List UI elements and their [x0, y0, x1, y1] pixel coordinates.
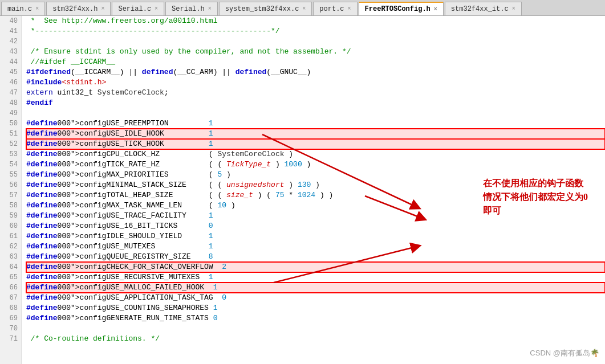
- tab-close-icon[interactable]: ×: [434, 6, 437, 13]
- line-number: 66: [0, 283, 21, 293]
- code-line: #define 000">configGENERATE_RUN_TIME_STA…: [26, 313, 605, 324]
- code-line: #define 000">configUSE_TICK_HOOK 1: [26, 139, 605, 149]
- code-line: #define 000">configUSE_PREEMPTION 1: [26, 118, 605, 129]
- line-number: 51: [0, 129, 21, 139]
- tab-label: stm32f4xx_it.c: [451, 5, 509, 13]
- tab-label: stm32f4xx.h: [52, 5, 98, 13]
- tab-stm32f4xx-h[interactable]: stm32f4xx.h ×: [46, 2, 111, 15]
- annotation-text: 在不使用相应的钩子函数 情况下将他们都宏定义为0 即可: [483, 177, 588, 218]
- line-number: 47: [0, 88, 21, 98]
- line-number: 41: [0, 26, 21, 36]
- line-number: 58: [0, 201, 21, 211]
- tab-label: port.c: [319, 5, 344, 13]
- line-number: 57: [0, 190, 21, 201]
- line-number: 44: [0, 57, 21, 67]
- tab-serial-h[interactable]: Serial.h ×: [165, 2, 218, 15]
- line-number: 59: [0, 211, 21, 221]
- annotation-line1: 在不使用相应的钩子函数: [483, 178, 583, 188]
- code-line: #define 000">configUSE_IDLE_HOOK 1: [26, 129, 605, 139]
- code-line: #endif: [26, 98, 605, 108]
- tab-serial-c[interactable]: Serial.c ×: [112, 2, 164, 15]
- tab-stm32f4xx-it[interactable]: stm32f4xx_it.c ×: [445, 2, 522, 15]
- code-line: #define 000">configUSE_MALLOC_FAILED_HOO…: [26, 283, 605, 293]
- line-number: 42: [0, 36, 21, 47]
- csdn-watermark: CSDN @南有孤岛🌴: [530, 348, 599, 358]
- code-line: #define 000">configCHECK_FOR_STACK_OVERF…: [26, 262, 605, 272]
- line-number: 62: [0, 242, 21, 252]
- code-line: //#ifdef __ICCARM__: [26, 57, 605, 67]
- annotation-line3: 即可: [483, 206, 501, 215]
- line-number: 55: [0, 170, 21, 180]
- line-number: 50: [0, 118, 21, 129]
- code-line: [26, 324, 605, 334]
- line-number: 64: [0, 262, 21, 272]
- line-number: 63: [0, 252, 21, 262]
- code-line: /* Co-routine definitions. */: [26, 334, 605, 344]
- tab-system-stm32[interactable]: system_stm32f4xx.c ×: [219, 2, 312, 15]
- line-number: 69: [0, 313, 21, 324]
- tab-label: FreeRTOSConfig.h: [365, 5, 431, 13]
- code-line: #define 000">configUSE_RECURSIVE_MUTEXES…: [26, 272, 605, 283]
- tab-label: main.c: [7, 5, 32, 13]
- code-line: #include <stdint.h>: [26, 77, 605, 88]
- code-line: * See http://www.freertos.org/a00110.htm…: [26, 16, 605, 26]
- tab-label: Serial.c: [118, 5, 151, 13]
- line-number: 65: [0, 272, 21, 283]
- tab-freertos-config[interactable]: FreeRTOSConfig.h ×: [359, 2, 444, 15]
- line-number: 46: [0, 77, 21, 88]
- line-number: 40: [0, 16, 21, 26]
- watermark-text: CSDN @南有孤岛🌴: [530, 349, 599, 357]
- tab-main-c[interactable]: main.c ×: [1, 2, 45, 15]
- code-line: /* Ensure stdint is only used by the com…: [26, 47, 605, 57]
- line-number: 54: [0, 159, 21, 170]
- code-line: extern uint32_t SystemCoreClock;: [26, 88, 605, 98]
- code-line: [26, 108, 605, 118]
- code-line: #if defined(__ICCARM__) || defined(__CC_…: [26, 67, 605, 77]
- tab-port-c[interactable]: port.c ×: [313, 2, 357, 15]
- tab-label: system_stm32f4xx.c: [225, 5, 299, 13]
- tab-close-icon[interactable]: ×: [348, 6, 351, 12]
- tab-bar: main.c × stm32f4xx.h × Serial.c × Serial…: [0, 0, 605, 16]
- line-number: 43: [0, 47, 21, 57]
- line-number: 52: [0, 139, 21, 149]
- line-number: 56: [0, 180, 21, 190]
- line-number: 61: [0, 231, 21, 242]
- line-number: 70: [0, 324, 21, 334]
- code-line: #define 000">configUSE_MUTEXES 1: [26, 242, 605, 252]
- tab-close-icon[interactable]: ×: [101, 6, 104, 12]
- tab-close-icon[interactable]: ×: [208, 6, 212, 12]
- line-numbers: 4041424344454647484950515253545556575859…: [0, 16, 22, 364]
- line-number: 48: [0, 98, 21, 108]
- code-line: #define 000">configCPU_CLOCK_HZ ( System…: [26, 149, 605, 159]
- tab-label: Serial.h: [172, 5, 205, 13]
- code-line: #define 000">configIDLE_SHOULD_YIELD 1: [26, 231, 605, 242]
- line-number: 67: [0, 293, 21, 303]
- code-line: #define 000">configQUEUE_REGISTRY_SIZE 8: [26, 252, 605, 262]
- annotation-line2: 情况下将他们都宏定义为0: [483, 192, 588, 202]
- tab-close-icon[interactable]: ×: [155, 6, 158, 12]
- tab-close-icon[interactable]: ×: [302, 6, 306, 12]
- code-line: #define 000">configTICK_RATE_HZ ( ( Tick…: [26, 159, 605, 170]
- line-number: 49: [0, 108, 21, 118]
- code-line: #define 000">configUSE_APPLICATION_TASK_…: [26, 293, 605, 303]
- code-line: #define 000">configUSE_COUNTING_SEMAPHOR…: [26, 303, 605, 313]
- line-number: 60: [0, 221, 21, 231]
- line-number: 53: [0, 149, 21, 159]
- code-line: *---------------------------------------…: [26, 26, 605, 36]
- line-number: 68: [0, 303, 21, 313]
- tab-close-icon[interactable]: ×: [512, 6, 515, 12]
- code-line: [26, 36, 605, 47]
- line-number: 45: [0, 67, 21, 77]
- code-line: #define 000">configUSE_16_BIT_TICKS 0: [26, 221, 605, 231]
- tab-close-icon[interactable]: ×: [35, 6, 39, 12]
- line-number: 71: [0, 334, 21, 344]
